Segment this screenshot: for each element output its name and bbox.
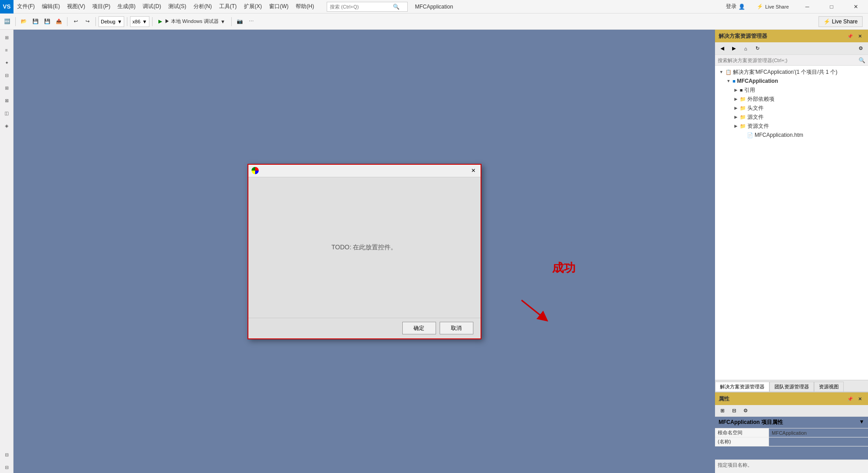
tree-item-htm[interactable]: 📄 MFCApplication.htm [715,131,868,140]
prop-tb-3[interactable]: ⚙ [740,406,751,416]
sidebar-icon-8[interactable]: ◈ [1,120,13,131]
se-search-bar[interactable]: 🔍 [715,55,868,66]
prop-tb-2[interactable]: ⊟ [729,406,739,416]
tree-item-sources[interactable]: ▶ 📁 源文件 [715,113,868,122]
extdeps-icon: 📁 [740,96,746,102]
close-button[interactable]: ✕ [846,0,866,14]
title-right-controls: 登录 👤 ⚡ Live Share ─ □ ✕ [722,0,866,14]
se-refresh-btn[interactable]: ↻ [752,44,763,54]
se-tab-resource[interactable]: 资源视图 [814,382,844,392]
toolbar-separator-5 [152,17,153,26]
dialog-window: ✕ TODO: 在此放置控件。 确定 取消 [247,164,481,339]
se-home-btn[interactable]: ⌂ [740,44,751,54]
toolbar: 🆕 📂 💾 💾 📤 ↩ ↪ Debug ▼ x86 ▼ ▶ ▶ 本地 Windo… [0,14,868,30]
se-tab-solution[interactable]: 解决方案资源管理器 [715,382,769,392]
menu-extensions[interactable]: 扩展(X) [240,0,265,13]
maximize-button[interactable]: □ [821,0,842,14]
more-btn[interactable]: ⋯ [246,16,257,27]
se-settings-btn[interactable]: ⚙ [855,44,866,54]
tree-project[interactable]: ▼ ■ MFCApplication [715,77,868,86]
tree-item-headers[interactable]: ▶ 📁 头文件 [715,104,868,113]
menu-file[interactable]: 文件(F) [13,0,38,13]
save-all-btn[interactable]: 💾 [42,16,53,27]
toolbar-separator-6 [231,17,232,26]
menu-window[interactable]: 窗口(W) [265,0,292,13]
toolbar-separator-1 [15,17,16,26]
extdeps-label: 外部依赖项 [747,95,774,103]
debug-config-dropdown[interactable]: Debug ▼ [99,16,124,27]
save-btn[interactable]: 💾 [30,16,41,27]
prop-close-btn[interactable]: ✕ [855,394,864,403]
menu-build[interactable]: 生成(B) [114,0,139,13]
menu-project[interactable]: 项目(P) [89,0,114,13]
sidebar-icon-bottom-1[interactable]: ⊟ [1,449,13,460]
dialog-close-button[interactable]: ✕ [469,167,478,175]
redo-btn[interactable]: ↪ [82,16,93,27]
menu-bar: 文件(F) 编辑(E) 视图(V) 项目(P) 生成(B) 调试(D) 测试(S… [13,0,722,13]
menu-tools[interactable]: 工具(T) [216,0,240,13]
se-pin-btn[interactable]: 📌 [846,32,855,41]
se-tab-team[interactable]: 团队资源管理器 [769,382,814,392]
app-icon: VS [0,0,13,14]
sidebar-icon-bottom-2[interactable]: ⊟ [1,461,13,473]
open-btn[interactable]: 📂 [18,16,29,27]
prop-title: 属性 [719,395,729,403]
run-arrow-icon: ▼ [220,19,225,24]
menu-analyze[interactable]: 分析(N) [190,0,216,13]
menu-test[interactable]: 测试(S) [165,0,190,13]
tree-item-resources[interactable]: ▶ 📁 资源文件 [715,122,868,131]
right-column: 解决方案资源管理器 📌 ✕ ◀ ▶ ⌂ ↻ ⚙ 🔍 ▼ 📋 [715,30,868,473]
sidebar-icon-5[interactable]: ⊞ [1,82,13,94]
search-icon: 🔍 [393,4,400,10]
tree-item-extdeps[interactable]: ▶ 📁 外部依赖项 [715,95,868,104]
sidebar-icon-2[interactable]: ≡ [1,44,13,56]
undo-btn[interactable]: ↩ [70,16,81,27]
prop-dropdown-arrow[interactable]: ▼ [859,419,864,425]
sidebar-icon-7[interactable]: ◫ [1,107,13,119]
prop-pin-btn[interactable]: 📌 [846,394,855,403]
prop-val-name [769,437,868,446]
se-forward-btn[interactable]: ▶ [729,44,739,54]
search-input[interactable] [330,4,393,9]
se-search-input[interactable] [718,58,859,63]
platform-label: x86 [132,19,140,24]
headers-expand: ▶ [733,106,738,110]
debug-config-arrow: ▼ [117,19,122,24]
search-box[interactable]: 🔍 [327,2,408,12]
live-share-toolbar-btn[interactable]: ⚡ Live Share [819,16,863,27]
prop-row-namespace: 根命名空间 MFCApplication [715,428,868,437]
sidebar-icon-1[interactable]: ⊞ [1,32,13,43]
se-toolbar: ◀ ▶ ⌂ ↻ ⚙ [715,42,868,55]
run-button[interactable]: ▶ ▶ 本地 Windows 调试器 ▼ [155,16,229,27]
menu-edit[interactable]: 编辑(E) [38,0,63,13]
live-share-button[interactable]: ⚡ Live Share [752,1,793,13]
tree-solution[interactable]: ▼ 📋 解决方案'MFCApplication'(1 个项目/共 1 个) [715,68,868,77]
menu-debug[interactable]: 调试(D) [139,0,165,13]
sidebar-icon-3[interactable]: ✦ [1,57,13,68]
dialog-cancel-button[interactable]: 取消 [440,322,473,334]
prop-project-name: MFCApplication 项目属性 [719,419,783,425]
se-header: 解决方案资源管理器 📌 ✕ [715,30,868,42]
se-back-btn[interactable]: ◀ [717,44,728,54]
login-area[interactable]: 登录 👤 [722,3,749,10]
minimize-button[interactable]: ─ [797,0,818,14]
run-label: ▶ 本地 Windows 调试器 [165,18,219,25]
camera-btn[interactable]: 📷 [234,16,245,27]
se-close-btn[interactable]: ✕ [855,32,864,41]
share-icon: ⚡ [757,4,763,9]
left-sidebar: ⊞ ≡ ✦ ⊟ ⊞ ⊠ ◫ ◈ ⊟ ⊟ [0,30,13,473]
dialog-footer: 确定 取消 [248,318,481,338]
sidebar-icon-6[interactable]: ⊠ [1,95,13,106]
publish-btn[interactable]: 📤 [54,16,64,27]
prop-tb-1[interactable]: ⊞ [717,406,728,416]
refs-label: 引用 [744,86,755,94]
menu-help[interactable]: 帮助(H) [292,0,318,13]
solution-icon: 📋 [725,69,732,75]
dialog-ok-button[interactable]: 确定 [402,322,436,334]
menu-view[interactable]: 视图(V) [63,0,89,13]
tree-item-refs[interactable]: ▶ ■ 引用 [715,86,868,95]
prop-header-buttons: 📌 ✕ [846,394,864,403]
new-project-btn[interactable]: 🆕 [2,16,13,27]
sidebar-icon-4[interactable]: ⊟ [1,69,13,81]
platform-dropdown[interactable]: x86 ▼ [130,16,149,27]
